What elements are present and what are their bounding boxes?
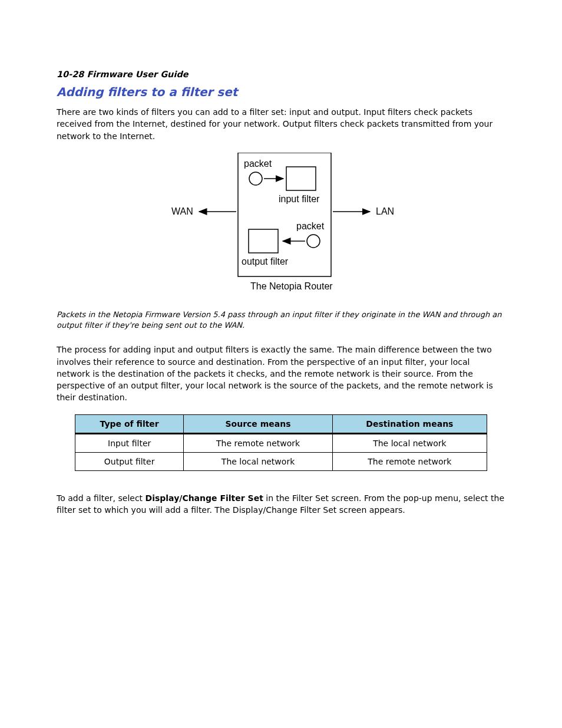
label-wan: WAN (171, 206, 193, 216)
input-filter-box-icon (286, 167, 316, 190)
table-row: Input filter The remote network The loca… (75, 433, 487, 452)
page: 10-28 Firmware User Guide Adding filters… (0, 0, 562, 728)
packet-circle-icon (307, 235, 320, 248)
intro-paragraph: There are two kinds of filters you can a… (57, 106, 505, 142)
menu-name: Display/Change Filter Set (146, 493, 263, 503)
label-packet-top: packet (244, 159, 272, 169)
label-packet-bottom: packet (296, 221, 325, 231)
cell-dest: The remote network (332, 452, 487, 470)
cell-type: Output filter (75, 452, 184, 470)
filter-table: Type of filter Source means Destination … (75, 414, 487, 471)
text: To add a filter, select (57, 493, 146, 503)
diagram-caption: Packets in the Netopia Firmware Version … (57, 309, 505, 331)
label-output-filter: output filter (242, 256, 289, 266)
packet-circle-icon (249, 172, 262, 185)
cell-source: The local network (184, 452, 332, 470)
col-source-header: Source means (184, 414, 332, 433)
section-title: Adding filters to a filter set (57, 85, 505, 99)
filter-diagram: packet input filter WAN LAN packet (57, 153, 505, 297)
process-paragraph: The process for adding input and output … (57, 344, 505, 403)
instruction-paragraph: To add a filter, select Display/Change F… (57, 492, 505, 516)
col-type-header: Type of filter (75, 414, 184, 433)
label-input-filter: input filter (279, 194, 320, 204)
cell-source: The remote network (184, 433, 332, 452)
col-dest-header: Destination means (332, 414, 487, 433)
page-header: 10-28 Firmware User Guide (57, 70, 505, 79)
output-filter-box-icon (249, 229, 278, 253)
table-row: Output filter The local network The remo… (75, 452, 487, 470)
cell-dest: The local network (332, 433, 487, 452)
label-lan: LAN (376, 206, 394, 216)
cell-type: Input filter (75, 433, 184, 452)
label-device-name: The Netopia Router (250, 281, 333, 291)
